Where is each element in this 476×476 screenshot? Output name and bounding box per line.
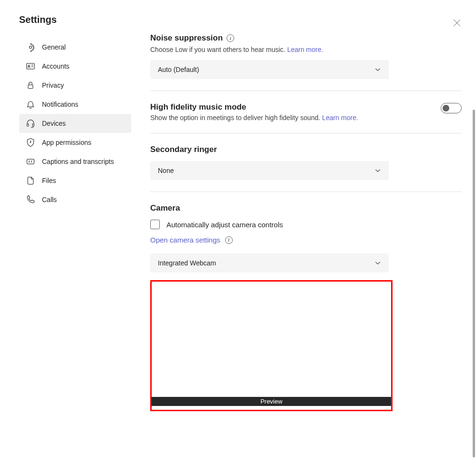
svg-point-4 [28, 65, 30, 67]
hifi-description: Show the option in meetings to deliver h… [150, 114, 462, 122]
svg-point-10 [30, 142, 31, 142]
open-camera-settings-link[interactable]: Open camera settings [150, 236, 220, 244]
chevron-down-icon [374, 167, 381, 174]
sidebar-item-label: Privacy [42, 81, 64, 89]
sidebar-item-accounts[interactable]: Accounts [19, 57, 131, 76]
toggle-knob [443, 105, 449, 111]
file-icon [26, 176, 35, 185]
dropdown-value: Integrated Webcam [158, 259, 216, 267]
section-secondary-ringer: Secondary ringer None [150, 145, 462, 192]
camera-preview: Preview [150, 280, 393, 411]
hifi-learn-more-link[interactable]: Learn more. [322, 114, 358, 122]
sidebar-item-label: Notifications [42, 101, 78, 108]
dropdown-value: None [158, 167, 174, 174]
captions-icon [26, 157, 35, 166]
info-icon[interactable]: i [227, 34, 234, 42]
sidebar-item-label: Accounts [42, 62, 70, 70]
sidebar-item-notifications[interactable]: Notifications [19, 95, 131, 114]
info-icon[interactable]: i [225, 236, 233, 244]
svg-rect-8 [27, 124, 29, 126]
auto-adjust-row: Automatically adjust camera controls [150, 220, 462, 229]
sidebar-item-files[interactable]: Files [19, 171, 131, 190]
sidebar-item-label: Devices [42, 120, 66, 127]
gear-icon [26, 42, 35, 52]
dropdown-value: Auto (Default) [158, 66, 199, 73]
sidebar-item-general[interactable]: General [19, 38, 131, 57]
chevron-down-icon [374, 66, 381, 73]
sidebar-item-devices[interactable]: Devices [19, 114, 131, 133]
camera-dropdown[interactable]: Integrated Webcam [150, 253, 389, 273]
noise-suppression-dropdown[interactable]: Auto (Default) [150, 60, 389, 79]
sidebar-item-captions[interactable]: Captions and transcripts [19, 152, 131, 171]
section-camera: Camera Automatically adjust camera contr… [150, 203, 462, 423]
noise-title-row: Noise suppression i [150, 33, 462, 43]
svg-rect-9 [32, 124, 34, 126]
svg-rect-7 [28, 85, 33, 89]
noise-learn-more-link[interactable]: Learn more. [287, 46, 323, 53]
sidebar-item-label: Files [42, 177, 56, 184]
section-heading: High fidelity music mode [150, 102, 246, 112]
hifi-toggle[interactable] [441, 103, 462, 113]
phone-icon [26, 195, 35, 204]
section-heading: Secondary ringer [150, 145, 462, 154]
svg-point-2 [30, 46, 32, 49]
headset-icon [26, 119, 35, 128]
auto-adjust-checkbox[interactable] [150, 220, 160, 229]
section-heading: Noise suppression [150, 33, 223, 43]
svg-rect-3 [27, 63, 35, 69]
shield-icon [26, 138, 35, 147]
sidebar-item-calls[interactable]: Calls [19, 190, 131, 209]
lock-icon [26, 81, 35, 90]
section-hifi: High fidelity music mode Show the option… [150, 102, 462, 133]
sidebar-item-label: App permissions [42, 139, 92, 146]
section-heading: Camera [150, 203, 462, 213]
page-title: Settings [19, 14, 136, 25]
sidebar-nav: General Accounts Privacy Notifications [19, 38, 136, 209]
preview-label: Preview [152, 397, 391, 406]
noise-description: Choose Low if you want others to hear mu… [150, 46, 462, 53]
sidebar-item-label: Captions and transcripts [42, 158, 114, 165]
svg-rect-12 [27, 159, 34, 164]
section-noise-suppression: Noise suppression i Choose Low if you wa… [150, 33, 462, 91]
bell-icon [26, 100, 35, 109]
sidebar-item-app-permissions[interactable]: App permissions [19, 133, 131, 152]
id-card-icon [26, 61, 35, 71]
chevron-down-icon [374, 260, 381, 266]
sidebar-item-privacy[interactable]: Privacy [19, 76, 131, 95]
secondary-ringer-dropdown[interactable]: None [150, 161, 389, 180]
sidebar-item-label: General [42, 43, 66, 51]
checkbox-label: Automatically adjust camera controls [166, 221, 283, 229]
sidebar-item-label: Calls [42, 196, 57, 203]
